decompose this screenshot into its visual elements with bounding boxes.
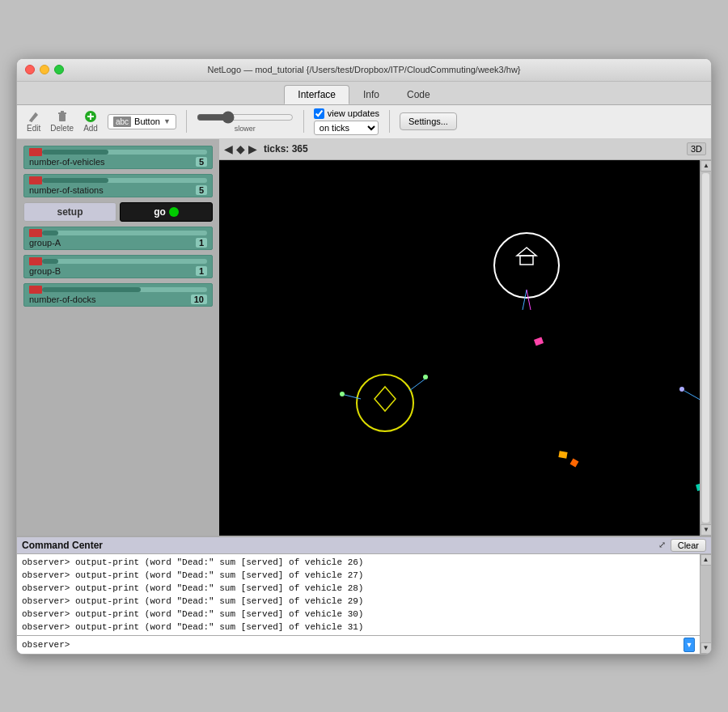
svg-rect-26 [570,458,579,467]
view-3d-button[interactable]: 3D [687,142,706,155]
command-scrollbar: ▲ ▼ [700,554,711,654]
view-scrollbar: ▲ ▼ [700,160,711,536]
view-scroll-area: ▲ ▼ [219,160,711,536]
scroll-up-arrow[interactable]: ▲ [700,160,711,172]
slider-fill [42,287,141,292]
command-output: observer> output-print (word "Dead:" sum… [17,554,700,635]
slider-indicator [29,176,42,184]
go-button[interactable]: go [120,202,213,222]
command-body: observer> output-print (word "Dead:" sum… [17,554,711,654]
setup-go-row: setup go [23,202,213,222]
cmd-scroll-up[interactable]: ▲ [700,554,712,566]
slider-group-b: group-B 1 [23,255,213,278]
move-icon[interactable]: ◀ [224,142,233,155]
slider-fill [42,259,58,264]
ticks-display: ticks: 365 [264,143,308,155]
slider-track [42,259,207,264]
svg-line-0 [30,121,32,121]
delete-button[interactable]: Delete [47,108,77,134]
pan-icon[interactable]: ▶ [248,142,257,155]
clear-button[interactable]: Clear [671,539,706,552]
svg-rect-25 [558,451,567,459]
separator-2 [303,110,304,133]
output-line-5: observer> output-print (word "Dead:" sum… [22,608,695,621]
svg-point-17 [340,392,345,396]
slider-track [42,178,207,183]
command-input-row: observer> ▼ [17,635,700,654]
left-panel: number-of-vehicles 5 number-of-stations … [17,139,219,536]
view-updates-checkbox[interactable] [314,108,324,119]
svg-rect-27 [696,483,700,491]
expand-icon[interactable]: ⤢ [658,540,666,550]
traffic-lights [25,65,64,74]
svg-point-7 [494,233,559,298]
command-center: Command Center ⤢ Clear observer> output-… [17,536,711,654]
output-line-4: observer> output-print (word "Dead:" sum… [22,595,695,608]
on-ticks-select[interactable]: on ticks continuous [314,121,379,135]
edit-button[interactable]: Edit [23,108,44,134]
scroll-thumb[interactable] [702,173,709,523]
slider-indicator [29,148,42,156]
svg-point-12 [357,375,413,431]
dropdown-arrow-icon: ▼ [163,117,171,125]
svg-marker-8 [517,248,536,256]
tab-info[interactable]: Info [349,85,393,104]
svg-marker-13 [375,387,396,411]
toolbar-edit-group: Edit Delete Add [23,108,101,134]
svg-line-14 [409,379,425,391]
scroll-down-arrow[interactable]: ▼ [700,524,711,536]
slider-indicator [29,286,42,294]
svg-rect-24 [534,337,544,345]
slider-number-of-vehicles: number-of-vehicles 5 [23,146,213,169]
command-header: Command Center ⤢ Clear [17,537,711,554]
svg-rect-3 [61,111,64,112]
simulation-canvas [219,160,700,536]
close-button[interactable] [25,65,35,74]
add-button[interactable]: Add [80,108,101,134]
zoom-icon[interactable]: ◆ [236,142,245,155]
command-main: observer> output-print (word "Dead:" sum… [17,554,700,654]
tab-interface[interactable]: Interface [284,85,349,104]
minimize-button[interactable] [40,65,49,74]
command-dropdown-button[interactable]: ▼ [684,638,695,652]
output-line-6: observer> output-print (word "Dead:" sum… [22,621,695,634]
command-prompt: observer> [22,640,70,650]
svg-rect-1 [59,114,66,121]
sim-canvas-inner [219,160,700,536]
command-input-field[interactable] [73,640,680,650]
simulation-svg [219,160,700,536]
tab-code[interactable]: Code [393,85,444,104]
cmd-scroll-down[interactable]: ▼ [700,642,712,654]
view-area: ◀ ◆ ▶ ticks: 365 3D [219,139,711,536]
slider-indicator [29,229,42,237]
slider-number-of-docks: number-of-docks 10 [23,283,213,307]
svg-rect-9 [520,256,533,265]
window-title: NetLogo — mod_tutorial {/Users/test/Drop… [207,65,520,74]
output-line-1: observer> output-print (word "Dead:" sum… [22,556,695,569]
slider-number-of-stations: number-of-stations 5 [23,174,213,197]
svg-line-10 [523,290,527,310]
setup-button[interactable]: setup [23,202,116,222]
settings-button[interactable]: Settings... [400,112,457,130]
zoom-button[interactable] [54,65,64,74]
slider-indicator [29,257,42,265]
slider-track [42,287,207,292]
svg-point-16 [423,375,428,379]
element-type-dropdown[interactable]: abc Button ▼ [108,114,176,129]
separator-3 [389,110,390,133]
slider-fill [42,231,58,235]
output-line-3: observer> output-print (word "Dead:" sum… [22,582,695,595]
tab-bar: Interface Info Code [17,82,711,105]
title-bar: NetLogo — mod_tutorial {/Users/test/Drop… [17,59,711,82]
view-icons: ◀ ◆ ▶ [224,142,257,155]
slider-group-a: group-A 1 [23,227,213,250]
separator-1 [186,110,187,133]
on-ticks-row: on ticks continuous [314,121,379,135]
view-updates-group: view updates on ticks continuous [314,108,379,135]
command-center-title: Command Center [22,540,103,551]
speed-slider[interactable] [197,111,294,124]
svg-line-11 [527,290,531,310]
slider-track [42,150,207,155]
output-line-2: observer> output-print (word "Dead:" sum… [22,569,695,582]
toolbar: Edit Delete Add abc Butt [17,105,711,139]
